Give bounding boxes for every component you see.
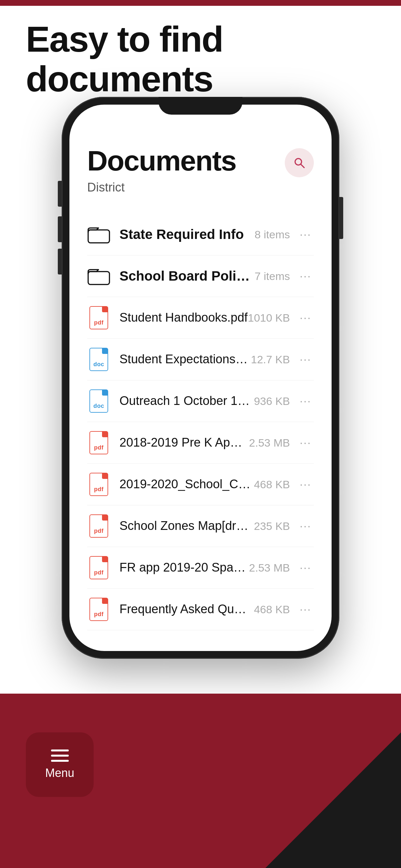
phone-notch [158, 97, 243, 115]
list-item-file-6[interactable]: pdf School Zones Map[draft 2]...235 KB··… [87, 505, 314, 547]
item-meta-file-2: 12.7 KB [251, 353, 290, 366]
folder-icon-folder-state [87, 223, 111, 246]
list-item-file-3[interactable]: doc Outreach 1 October 17th.doc936 KB··· [87, 380, 314, 422]
item-more-button-file-4[interactable]: ··· [297, 434, 314, 451]
item-more-button-file-5[interactable]: ··· [297, 476, 314, 493]
list-item-file-4[interactable]: pdf 2018-2019 Pre K Applic...2.53 MB··· [87, 422, 314, 464]
item-more-button-file-2[interactable]: ··· [297, 351, 314, 368]
pdf-icon-file-1: pdf [87, 306, 111, 330]
screen-header: Documents [87, 147, 314, 177]
list-item-folder-board[interactable]: School Board Policies7 items··· [87, 255, 314, 297]
pdf-icon-file-4: pdf [87, 431, 111, 454]
item-name-file-3: Outreach 1 October 17th.doc [120, 393, 251, 409]
search-icon [293, 156, 306, 169]
search-button[interactable] [285, 148, 314, 177]
doc-icon-file-3: doc [87, 390, 111, 413]
item-name-folder-state: State Required Info [120, 226, 251, 244]
svg-rect-2 [88, 230, 110, 243]
pdf-icon-file-5: pdf [87, 473, 111, 496]
phone-screen: Documents District State Req [69, 104, 332, 651]
item-meta-file-7: 2.53 MB [249, 562, 290, 574]
item-name-file-8: Frequently Asked Questions... [120, 601, 251, 617]
menu-button[interactable]: Menu [26, 733, 94, 797]
item-name-file-6: School Zones Map[draft 2]... [120, 518, 251, 534]
list-item-file-8[interactable]: pdf Frequently Asked Questions...468 KB·… [87, 589, 314, 630]
doc-file-icon: doc [89, 348, 108, 371]
item-name-file-5: 2019-2020_School_Calenda... [120, 476, 251, 492]
screen-subtitle: District [87, 181, 314, 194]
item-name-file-4: 2018-2019 Pre K Applic... [120, 435, 249, 451]
item-meta-file-8: 468 KB [251, 603, 290, 616]
phone-mockup: Documents District State Req [62, 97, 339, 659]
phone-outer-frame: Documents District State Req [62, 97, 339, 659]
doc-file-icon: doc [89, 390, 108, 413]
list-item-file-7[interactable]: pdf FR app 2019-20 Spanish2.53 MB··· [87, 547, 314, 589]
file-list: State Required Info8 items··· School Boa… [87, 214, 314, 630]
folder-icon-folder-board [87, 265, 111, 288]
item-meta-file-6: 235 KB [251, 520, 290, 532]
item-more-button-file-3[interactable]: ··· [297, 393, 314, 409]
item-meta-folder-state: 8 items [251, 228, 290, 241]
list-item-file-2[interactable]: doc Student Expectations for...12.7 KB··… [87, 339, 314, 380]
item-more-button-folder-board[interactable]: ··· [297, 268, 314, 284]
item-meta-file-5: 468 KB [251, 478, 290, 491]
item-name-file-1: Student Handbooks.pdf [120, 310, 248, 326]
item-more-button-file-1[interactable]: ··· [297, 309, 314, 326]
documents-title: Documents [87, 147, 236, 175]
folder-svg [88, 267, 110, 286]
svg-rect-3 [88, 272, 110, 284]
pdf-file-icon: pdf [89, 473, 108, 496]
list-item-file-1[interactable]: pdf Student Handbooks.pdf1010 KB··· [87, 297, 314, 339]
menu-label: Menu [45, 766, 74, 780]
doc-icon-file-2: doc [87, 348, 111, 371]
screen-content: Documents District State Req [69, 130, 332, 651]
pdf-file-icon: pdf [89, 598, 108, 621]
list-item-folder-state[interactable]: State Required Info8 items··· [87, 214, 314, 255]
pdf-icon-file-8: pdf [87, 598, 111, 621]
item-name-file-7: FR app 2019-20 Spanish [120, 560, 249, 576]
hero-section: Easy to find documents [0, 20, 401, 99]
item-meta-file-1: 1010 KB [248, 312, 290, 324]
item-name-folder-board: School Board Policies [120, 268, 251, 285]
pdf-icon-file-7: pdf [87, 556, 111, 579]
item-more-button-file-6[interactable]: ··· [297, 518, 314, 534]
item-more-button-folder-state[interactable]: ··· [297, 226, 314, 243]
item-meta-file-3: 936 KB [251, 395, 290, 407]
item-meta-file-4: 2.53 MB [249, 437, 290, 449]
item-more-button-file-8[interactable]: ··· [297, 601, 314, 618]
title-group: Documents [87, 147, 236, 175]
item-name-file-2: Student Expectations for... [120, 351, 251, 367]
top-status-bar [0, 0, 401, 6]
pdf-icon-file-6: pdf [87, 515, 111, 538]
svg-line-1 [301, 164, 305, 168]
hero-title: Easy to find documents [26, 20, 375, 99]
folder-svg [88, 225, 110, 244]
item-meta-folder-board: 7 items [251, 270, 290, 283]
pdf-file-icon: pdf [89, 306, 108, 330]
menu-icon [51, 749, 69, 762]
pdf-file-icon: pdf [89, 431, 108, 454]
pdf-file-icon: pdf [89, 515, 108, 538]
pdf-file-icon: pdf [89, 556, 108, 579]
list-item-file-5[interactable]: pdf 2019-2020_School_Calenda...468 KB··· [87, 464, 314, 505]
item-more-button-file-7[interactable]: ··· [297, 559, 314, 576]
